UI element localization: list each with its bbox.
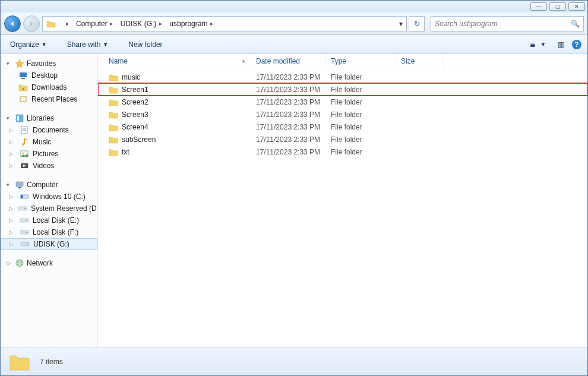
- sidebar-item-videos[interactable]: ▷Videos: [1, 160, 97, 172]
- file-type: File folder: [326, 123, 396, 131]
- forward-button[interactable]: [23, 15, 40, 32]
- minimize-button[interactable]: —: [530, 2, 547, 11]
- file-name: Screen1: [122, 86, 148, 94]
- pictures-icon: [20, 149, 29, 159]
- sidebar-favorites-header[interactable]: Favorites: [1, 58, 97, 69]
- file-name: Screen2: [122, 98, 148, 106]
- sidebar-item-pictures[interactable]: ▷Pictures: [1, 148, 97, 160]
- sidebar-item-udisk-g[interactable]: ▷UDISK (G:): [1, 238, 97, 250]
- expand-icon: ▷: [9, 151, 15, 157]
- sidebar-item-local-disk-f[interactable]: ▷Local Disk (F:): [1, 226, 97, 238]
- share-with-menu[interactable]: Share with▼: [64, 39, 112, 50]
- sidebar-item-label: Documents: [33, 126, 69, 134]
- back-button[interactable]: [4, 15, 21, 32]
- sidebar-item-desktop[interactable]: Desktop: [1, 69, 97, 81]
- maximize-button[interactable]: ▢: [549, 2, 566, 11]
- sidebar-item-local-disk-e[interactable]: ▷Local Disk (E:): [1, 214, 97, 226]
- preview-pane-button[interactable]: ▥: [555, 39, 566, 50]
- file-row[interactable]: Screen317/11/2023 2:33 PMFile folder: [98, 108, 587, 121]
- statusbar: 7 items: [1, 347, 587, 375]
- sidebar-network-group: Network: [1, 257, 97, 269]
- breadcrumb-label: usbprogram: [169, 20, 207, 28]
- sidebar-item-label: Music: [33, 138, 51, 146]
- expand-icon: [7, 260, 12, 266]
- computer-icon: [15, 180, 24, 189]
- file-date: 17/11/2023 2:33 PM: [251, 73, 326, 81]
- column-name[interactable]: Name▲: [98, 54, 251, 68]
- file-type: File folder: [326, 148, 396, 156]
- network-icon: [15, 258, 24, 268]
- network-label: Network: [27, 259, 53, 267]
- organize-menu[interactable]: Organize▼: [7, 39, 50, 50]
- file-row[interactable]: Screen117/11/2023 2:33 PMFile folder: [98, 83, 587, 96]
- sidebar-item-label: Downloads: [31, 83, 67, 91]
- breadcrumb[interactable]: ▸ Computer▸ UDISK (G:)▸ usbprogram▸ ▾: [42, 16, 407, 31]
- file-list[interactable]: music17/11/2023 2:33 PMFile folderScreen…: [98, 68, 587, 347]
- sidebar-item-label: Local Disk (F:): [33, 228, 78, 236]
- column-size[interactable]: Size: [396, 54, 444, 68]
- close-button[interactable]: ✕: [568, 2, 585, 11]
- file-row[interactable]: Screen417/11/2023 2:33 PMFile folder: [98, 121, 587, 133]
- file-type: File folder: [326, 135, 396, 144]
- libraries-icon: [15, 113, 24, 123]
- file-name: Screen4: [122, 123, 148, 131]
- sidebar-item-label: UDISK (G:): [33, 240, 69, 248]
- refresh-button[interactable]: ↻: [409, 16, 425, 31]
- breadcrumb-label: Computer: [76, 20, 108, 28]
- breadcrumb-chevron-root[interactable]: ▸: [59, 17, 72, 31]
- titlebar: — ▢ ✕: [1, 1, 587, 12]
- expand-icon: ▷: [9, 139, 15, 145]
- breadcrumb-udisk[interactable]: UDISK (G:)▸: [117, 17, 166, 31]
- folder-icon: [109, 85, 118, 94]
- breadcrumb-computer[interactable]: Computer▸: [72, 17, 117, 31]
- file-row[interactable]: txt17/11/2023 2:33 PMFile folder: [98, 146, 587, 158]
- body: Favorites Desktop Downloads Recent Place…: [1, 54, 587, 347]
- sidebar-item-documents[interactable]: ▷Documents: [1, 124, 97, 136]
- sidebar-item-label: Pictures: [33, 150, 58, 158]
- expand-icon: ▷: [9, 194, 15, 200]
- sidebar[interactable]: Favorites Desktop Downloads Recent Place…: [1, 54, 98, 347]
- sidebar-computer-header[interactable]: Computer: [1, 179, 97, 191]
- expand-icon: ▷: [10, 241, 15, 247]
- file-type: File folder: [326, 86, 396, 94]
- folder-icon: [109, 135, 118, 144]
- file-row[interactable]: music17/11/2023 2:33 PMFile folder: [98, 71, 587, 83]
- sidebar-item-system-reserved-d[interactable]: ▷System Reserved (D:): [1, 203, 97, 214]
- drive-icon: [18, 204, 27, 213]
- new-folder-label: New folder: [128, 40, 162, 49]
- column-date-modified[interactable]: Date modified: [251, 54, 326, 68]
- file-date: 17/11/2023 2:33 PM: [251, 98, 326, 106]
- navbar: ▸ Computer▸ UDISK (G:)▸ usbprogram▸ ▾ ↻ …: [1, 12, 587, 35]
- sidebar-item-label: Windows 10 (C:): [33, 192, 86, 201]
- sidebar-item-windows-c[interactable]: ▷Windows 10 (C:): [1, 191, 97, 203]
- sidebar-item-music[interactable]: ▷Music: [1, 136, 97, 148]
- sidebar-network-header[interactable]: Network: [1, 257, 97, 269]
- file-name: Screen3: [122, 110, 148, 119]
- downloads-icon: [18, 83, 28, 92]
- column-type[interactable]: Type: [326, 54, 396, 68]
- drive-icon: [20, 216, 29, 225]
- search-input[interactable]: [435, 20, 571, 28]
- file-row[interactable]: Screen217/11/2023 2:33 PMFile folder: [98, 96, 587, 108]
- column-label: Name: [109, 57, 128, 65]
- sidebar-item-label: Videos: [33, 162, 54, 170]
- sidebar-item-downloads[interactable]: Downloads: [1, 81, 97, 93]
- help-button[interactable]: ?: [572, 40, 581, 49]
- sidebar-item-recent-places[interactable]: Recent Places: [1, 93, 97, 105]
- file-date: 17/11/2023 2:33 PM: [251, 110, 326, 119]
- sort-indicator-icon: ▲: [241, 58, 246, 64]
- star-icon: [15, 59, 24, 68]
- search-box[interactable]: 🔍: [431, 16, 584, 31]
- file-type: File folder: [326, 110, 396, 119]
- sidebar-item-label: Desktop: [31, 71, 58, 80]
- expand-icon: [7, 115, 12, 121]
- file-row[interactable]: subScreen17/11/2023 2:33 PMFile folder: [98, 133, 587, 146]
- file-date: 17/11/2023 2:33 PM: [251, 123, 326, 131]
- sidebar-libraries-header[interactable]: Libraries: [1, 112, 97, 124]
- breadcrumb-usbprogram[interactable]: usbprogram▸: [166, 17, 217, 31]
- folder-icon: [109, 110, 118, 119]
- view-menu[interactable]: ≣▼: [524, 38, 549, 51]
- item-count: 7 items: [40, 358, 63, 366]
- breadcrumb-dropdown[interactable]: ▾: [396, 20, 406, 28]
- new-folder-button[interactable]: New folder: [125, 39, 166, 50]
